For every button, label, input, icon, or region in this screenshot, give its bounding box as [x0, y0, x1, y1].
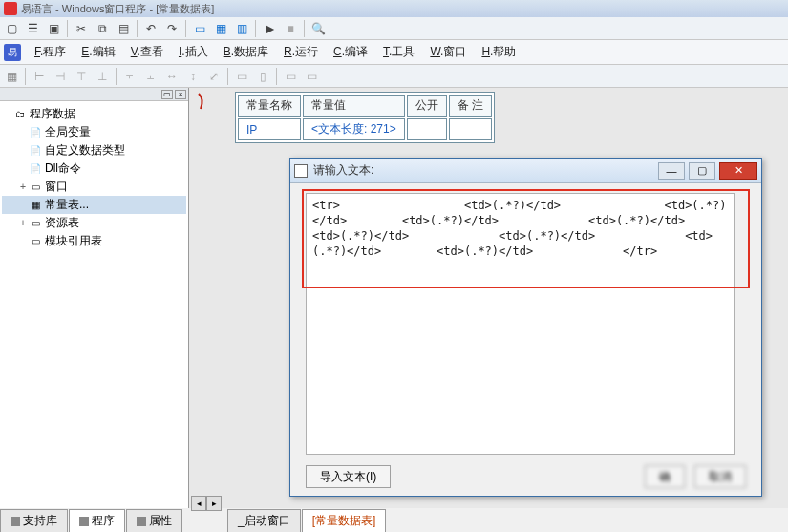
tree-root[interactable]: 🗂 程序数据 — [2, 105, 186, 123]
tree-node-const-table[interactable]: ▦ 常量表... — [2, 196, 186, 214]
project-tree-panel: ▭ × 🗂 程序数据 📄 全局变量 📄 自定义数据类型 📄 Dll命令 — [0, 88, 189, 508]
menu-edit[interactable]: E.编辑 — [74, 40, 122, 64]
align-right-icon[interactable]: ⊣ — [51, 67, 70, 86]
import-text-button[interactable]: 导入文本(I) — [306, 465, 391, 488]
editor-tabs: _启动窗口 [常量数据表] — [227, 511, 387, 532]
expand-icon[interactable]: + — [17, 181, 29, 192]
menu-insert[interactable]: I.插入 — [171, 40, 216, 64]
tab-const-data-table[interactable]: [常量数据表] — [302, 509, 387, 532]
tab-order-icon[interactable]: ▭ — [302, 67, 321, 86]
align-left-icon[interactable]: ⊢ — [30, 67, 49, 86]
center-h-icon[interactable]: ⫟ — [120, 67, 139, 86]
tree-root-label: 程序数据 — [30, 106, 75, 122]
input-text-dialog: 请输入文本: — ▢ ✕ <tr> <td>(.*?)</td> <td>(.*… — [289, 158, 762, 497]
doc-icon: 📄 — [29, 127, 42, 138]
tab-startup-window[interactable]: _启动窗口 — [227, 509, 301, 532]
doc-icon: 📄 — [29, 145, 42, 157]
tree-node-dll[interactable]: 📄 Dll命令 — [2, 160, 186, 178]
col-value: 常量值 — [303, 95, 405, 117]
tree-node-custom-types[interactable]: 📄 自定义数据类型 — [2, 141, 186, 160]
panel-dock-icon[interactable]: ▭ — [161, 90, 173, 99]
folder-icon: ▭ — [29, 218, 42, 229]
dialog-title-bar[interactable]: 请输入文本: — ▢ ✕ — [290, 159, 761, 183]
dialog-icon — [294, 164, 308, 178]
tree-node-windows[interactable]: + ▭ 窗口 — [2, 178, 186, 196]
close-button[interactable]: ✕ — [719, 162, 757, 180]
menu-tools[interactable]: T.工具 — [375, 40, 422, 64]
maximize-button[interactable]: ▢ — [689, 162, 715, 180]
undo-icon[interactable]: ↶ — [141, 19, 160, 38]
menu-view[interactable]: V.查看 — [123, 40, 171, 64]
tree-node-resources[interactable]: + ▭ 资源表 — [2, 214, 186, 232]
find-icon[interactable]: 🔍 — [309, 19, 328, 38]
open-file-icon[interactable]: ☰ — [23, 19, 42, 38]
copy-icon[interactable]: ⧉ — [93, 19, 112, 38]
run-icon[interactable]: ▶ — [260, 19, 279, 38]
menu-bar: 易 F.程序 E.编辑 V.查看 I.插入 B.数据库 R.运行 C.编译 T.… — [0, 40, 788, 65]
constants-table[interactable]: 常量名称 常量值 公开 备 注 IP <文本长度: 271> — [235, 92, 495, 143]
col-public: 公开 — [407, 95, 447, 117]
cell-remark[interactable] — [449, 118, 492, 140]
tree-node-module-refs[interactable]: ▭ 模块引用表 — [2, 232, 186, 250]
same-height-icon[interactable]: ↕ — [183, 67, 202, 86]
tab-support-libs[interactable]: 支持库 — [0, 509, 68, 532]
tab-properties[interactable]: 属性 — [126, 509, 182, 532]
lib-icon — [11, 517, 20, 526]
dialog-title: 请输入文本: — [313, 162, 658, 179]
stop-icon[interactable]: ■ — [281, 19, 300, 38]
dialog-body: <tr> <td>(.*?)</td> <td>(.*?)</td> <td>(… — [290, 183, 761, 460]
grid-icon[interactable]: ▦ — [2, 67, 21, 86]
secondary-toolbar: ▦ ⊢ ⊣ ⊤ ⊥ ⫟ ⫠ ↔ ↕ ⤢ ▭ ▯ ▭ ▭ — [0, 65, 788, 88]
center-v-icon[interactable]: ⫠ — [141, 67, 160, 86]
col-remark: 备 注 — [449, 95, 492, 117]
tree-node-global-vars[interactable]: 📄 全局变量 — [2, 123, 186, 141]
left-bottom-tabs: 支持库 程序 属性 — [0, 511, 183, 532]
cascade-icon[interactable]: ▥ — [232, 19, 251, 38]
root-icon: 🗂 — [13, 109, 27, 120]
prop-icon — [137, 517, 146, 526]
menu-program[interactable]: F.程序 — [27, 40, 74, 64]
window-title-bar: 易语言 - Windows窗口程序 - [常量数据表] — [0, 0, 788, 17]
doc-icon: 📄 — [29, 163, 42, 175]
cut-icon[interactable]: ✂ — [72, 19, 91, 38]
same-size-icon[interactable]: ⤢ — [204, 67, 224, 86]
new-file-icon[interactable]: ▢ — [2, 19, 21, 38]
align-bottom-icon[interactable]: ⊥ — [93, 67, 112, 86]
send-back-icon[interactable]: ▯ — [253, 67, 272, 86]
menu-help[interactable]: H.帮助 — [474, 40, 523, 64]
redo-icon[interactable]: ↷ — [162, 19, 181, 38]
expand-icon[interactable]: + — [17, 218, 29, 228]
save-icon[interactable]: ▣ — [44, 19, 63, 38]
scroll-right-icon[interactable]: ▸ — [206, 496, 222, 511]
table-icon: ▦ — [29, 200, 42, 211]
window-icon[interactable]: ▭ — [190, 19, 209, 38]
cancel-button[interactable]: 取消 — [694, 465, 746, 488]
panel-head: ▭ × — [0, 88, 188, 101]
table-row[interactable]: IP <文本长度: 271> — [238, 118, 492, 140]
minimize-button[interactable]: — — [658, 162, 685, 180]
folder-icon: ▭ — [29, 236, 42, 247]
panel-close-icon[interactable]: × — [175, 90, 186, 99]
window-title: 易语言 - Windows窗口程序 - [常量数据表] — [21, 2, 214, 16]
ok-button[interactable]: 确 — [645, 465, 685, 488]
tile-icon[interactable]: ▦ — [211, 19, 230, 38]
cell-name[interactable]: IP — [238, 118, 301, 140]
lock-icon[interactable]: ▭ — [281, 67, 300, 86]
paste-icon[interactable]: ▤ — [114, 19, 133, 38]
scroll-buttons: ◂ ▸ — [191, 496, 222, 511]
highlight-annotation — [302, 189, 750, 288]
menu-window[interactable]: W.窗口 — [422, 40, 474, 64]
tab-program[interactable]: 程序 — [69, 509, 125, 532]
menu-database[interactable]: B.数据库 — [216, 40, 276, 64]
prog-icon — [79, 517, 89, 526]
red-scribble-icon — [197, 92, 206, 111]
menu-run[interactable]: R.运行 — [276, 40, 326, 64]
same-width-icon[interactable]: ↔ — [162, 67, 181, 86]
scroll-left-icon[interactable]: ◂ — [191, 496, 206, 511]
bring-front-icon[interactable]: ▭ — [232, 67, 251, 86]
cell-public[interactable] — [407, 118, 447, 140]
main-toolbar: ▢ ☰ ▣ ✂ ⧉ ▤ ↶ ↷ ▭ ▦ ▥ ▶ ■ 🔍 — [0, 17, 788, 40]
cell-value[interactable]: <文本长度: 271> — [303, 118, 405, 140]
align-top-icon[interactable]: ⊤ — [72, 67, 91, 86]
menu-compile[interactable]: C.编译 — [326, 40, 375, 64]
